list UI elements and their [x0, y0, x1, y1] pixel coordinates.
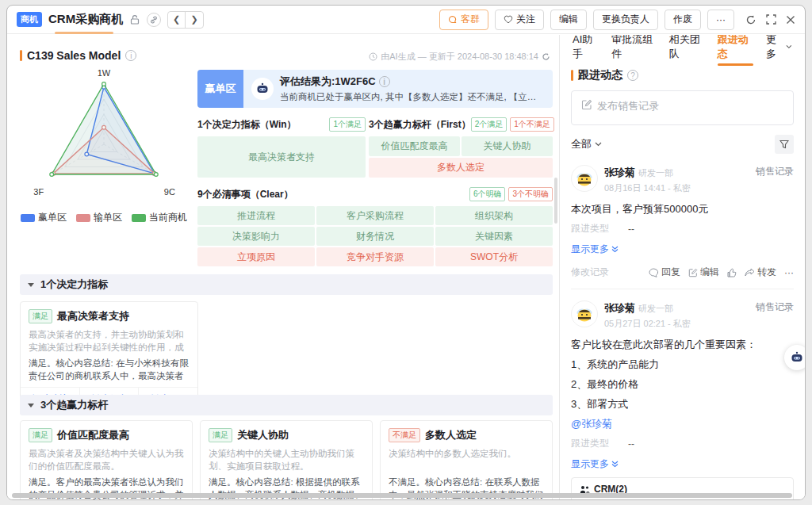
- header: 商机 CRM采购商机 ❮ ❯ 客群 关注 编辑 更换负责人: [7, 6, 805, 34]
- clear-cell[interactable]: 关键因素: [435, 227, 553, 246]
- first-cell-majority[interactable]: 多数人选定: [369, 158, 553, 178]
- feed-text: 客户比较在意此次部署的几个重要因素：: [571, 338, 794, 352]
- robot-icon: [789, 350, 805, 365]
- tab-related-team[interactable]: 相关团队: [669, 35, 705, 61]
- follow-label: 关注: [516, 13, 535, 26]
- legend-item-current: 当前商机: [132, 211, 187, 224]
- filter-funnel-button[interactable]: [775, 135, 794, 154]
- show-more-label: 显示更多: [571, 457, 609, 471]
- clear-cell[interactable]: 客户采购流程: [316, 206, 434, 225]
- more-actions-button[interactable]: ···: [707, 10, 734, 30]
- legend-item-lose-zone: 输单区: [76, 211, 122, 224]
- tab-ai-assistant[interactable]: AI助手: [573, 35, 599, 61]
- card-description: 决策结构中的关键人主动协助我们策划、实施项目获取过程。: [209, 447, 364, 472]
- fullscreen-icon[interactable]: [766, 14, 776, 25]
- change-owner-label: 更换负责人: [602, 13, 649, 26]
- filter-all-dropdown[interactable]: 全部: [571, 137, 602, 151]
- chevron-down-icon: [595, 142, 602, 147]
- follow-button[interactable]: 关注: [495, 10, 544, 30]
- edit-label: 编辑: [559, 13, 578, 26]
- help-icon[interactable]: ?: [627, 70, 638, 81]
- like-button[interactable]: [727, 268, 737, 277]
- clear-cell[interactable]: 立项原因: [197, 247, 315, 266]
- tab-follow-activity[interactable]: 跟进动态: [718, 35, 753, 61]
- card-title: 价值匹配度最高: [57, 428, 129, 442]
- horizontal-scrollbar[interactable]: [12, 493, 800, 498]
- clear-cell[interactable]: 竞争对手资源: [316, 247, 434, 266]
- info-icon[interactable]: i: [379, 76, 390, 87]
- win-tag: 1个满足: [329, 117, 366, 132]
- feed-timestamp: 05月27日 02:21 - 私密: [604, 318, 749, 330]
- refresh-icon[interactable]: [745, 14, 756, 25]
- c139-title: C139 Sales Model: [27, 49, 121, 62]
- legend-label: 当前商机: [149, 211, 187, 224]
- tab-more[interactable]: 更多: [766, 35, 792, 61]
- ai-assistant-float-button[interactable]: [784, 345, 806, 370]
- zone-badge: 赢单区: [197, 70, 243, 108]
- avatar[interactable]: [571, 165, 598, 192]
- edit-record-button[interactable]: 编辑: [688, 266, 719, 279]
- mention-link[interactable]: @张珍菊: [571, 417, 794, 431]
- prev-record-button[interactable]: ❮: [168, 12, 186, 28]
- card-title: 关键人协助: [237, 428, 289, 442]
- card-key-person-assist: 满足 关键人协助 决策结构中的关键人主动协助我们策划、实施项目获取过程。 满足。…: [200, 420, 373, 500]
- vertical-scrollbar[interactable]: [554, 178, 557, 224]
- collapse-caret-icon: [28, 404, 34, 407]
- clear-cell[interactable]: SWOT分析: [435, 247, 553, 266]
- edit-pencil-icon: [688, 268, 698, 277]
- more-label: ···: [784, 267, 794, 278]
- reply-bubble-icon: [649, 268, 659, 277]
- clear-cell[interactable]: 组织架构: [435, 206, 553, 225]
- card-value-match: 满足 价值匹配度最高 最高决策者及决策结构中关键人认为我们的价值匹配度最高。 满…: [20, 420, 193, 500]
- feed-text: 2、最终的价格: [571, 377, 794, 392]
- clear-cell[interactable]: 财务情况: [316, 227, 434, 246]
- section-accent-bar: [571, 70, 573, 81]
- show-more-link[interactable]: 显示更多: [571, 457, 794, 471]
- win-indicator-label: 1个决定力指标（Win）: [197, 118, 297, 132]
- show-more-link[interactable]: 显示更多: [571, 243, 794, 256]
- edit-button[interactable]: 编辑: [550, 10, 587, 30]
- section-win-title: 1个决定力指标: [40, 277, 108, 292]
- ai-generated-meta: 由AI生成 — 更新于 2024-08-30 18:48:14: [381, 51, 538, 63]
- chat-bubble-icon: [448, 15, 458, 25]
- legend-item-win-zone: 赢单区: [21, 211, 67, 224]
- copy-link-icon[interactable]: [147, 13, 161, 27]
- change-owner-button[interactable]: 更换负责人: [593, 10, 658, 30]
- first-cell-key-person[interactable]: 关键人协助: [462, 136, 553, 156]
- avatar[interactable]: [571, 300, 598, 327]
- filter-all-label: 全部: [571, 137, 592, 151]
- section-accent-bar: [20, 50, 22, 61]
- follow-type-value: --: [628, 438, 634, 450]
- win-cell-top-decision-maker[interactable]: 最高决策者支持: [197, 136, 366, 178]
- feed-author-dept: 研发一部: [638, 168, 673, 178]
- forward-button[interactable]: 转发: [745, 266, 776, 279]
- lock-icon[interactable]: [129, 14, 140, 25]
- invalidate-button[interactable]: 作废: [665, 10, 701, 30]
- info-icon[interactable]: i: [125, 50, 136, 61]
- section-first-indicator[interactable]: 3个趋赢力标杆: [20, 395, 553, 415]
- svg-text:3F: 3F: [33, 187, 44, 197]
- customer-group-label: 客群: [461, 13, 480, 26]
- refresh-small-icon[interactable]: [542, 52, 550, 61]
- edit-history-link[interactable]: 修改记录: [571, 266, 609, 279]
- tab-approval-flow[interactable]: 审批流组件: [611, 35, 656, 61]
- more-feed-actions-button[interactable]: ···: [784, 267, 794, 278]
- clear-tag-ok: 6个明确: [469, 187, 506, 201]
- close-icon[interactable]: [786, 15, 795, 25]
- first-indicator-label: 3个趋赢力标杆（First）: [369, 118, 471, 132]
- feed-author[interactable]: 张珍菊: [604, 166, 635, 178]
- publish-sales-record-input[interactable]: 发布销售记录: [571, 90, 794, 125]
- clear-cell[interactable]: 推进流程: [197, 206, 315, 225]
- feed-text: 本次项目，客户预算500000元: [571, 202, 794, 216]
- section-win-indicator[interactable]: 1个决定力指标: [20, 274, 553, 295]
- legend-label: 输单区: [94, 211, 122, 224]
- customer-group-button[interactable]: 客群: [439, 10, 488, 30]
- clear-cell[interactable]: 决策影响力: [197, 227, 315, 246]
- follow-type-value: --: [628, 224, 634, 235]
- next-record-button[interactable]: ❯: [186, 12, 203, 28]
- reply-button[interactable]: 回复: [649, 266, 680, 279]
- main-panel: C139 Sales Model i 由AI生成 — 更新于 2024-08-3…: [7, 35, 558, 499]
- legend-label: 赢单区: [38, 211, 67, 224]
- first-cell-value-match[interactable]: 价值匹配度最高: [369, 136, 460, 156]
- feed-author[interactable]: 张珍菊: [604, 302, 635, 314]
